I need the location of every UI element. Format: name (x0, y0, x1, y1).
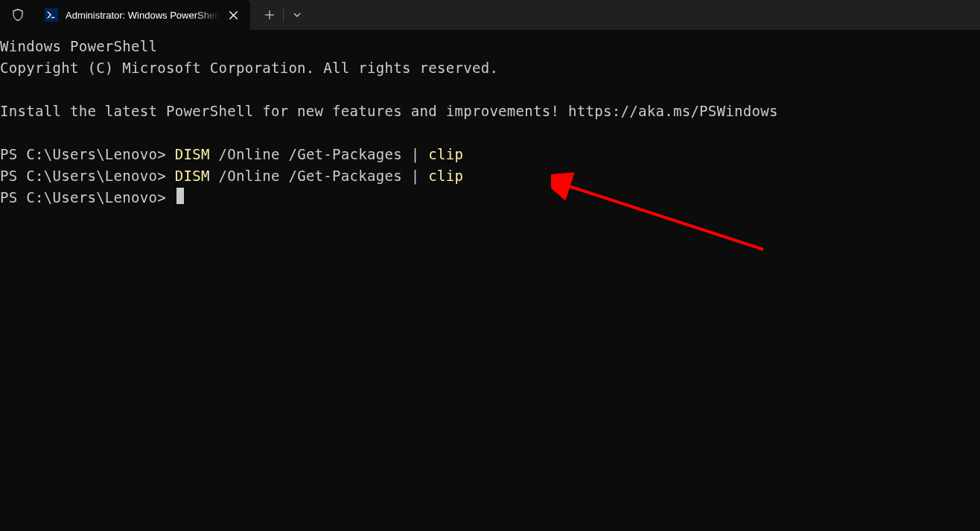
command-name: clip (428, 146, 463, 162)
new-tab-button[interactable] (256, 3, 283, 27)
powershell-icon (45, 8, 58, 22)
command-args: /Online /Get-Packages (210, 168, 411, 184)
close-icon (229, 11, 238, 19)
plus-icon (265, 10, 274, 19)
blank-line (0, 122, 980, 144)
prompt-line: PS C:\Users\Lenovo> (0, 187, 980, 209)
pipe-operator: | (411, 168, 420, 184)
command-args: /Online /Get-Packages (210, 146, 411, 162)
text-cursor (176, 188, 184, 204)
active-tab[interactable]: Administrator: Windows PowerShell (36, 0, 250, 30)
prompt: PS C:\Users\Lenovo> (0, 146, 175, 162)
terminal-output[interactable]: Windows PowerShell Copyright (C) Microso… (0, 30, 980, 209)
titlebar: Administrator: Windows PowerShell (0, 0, 980, 30)
app-shield-area (0, 0, 36, 30)
chevron-down-icon (293, 10, 302, 19)
shield-icon (11, 8, 25, 22)
command-line: PS C:\Users\Lenovo> DISM /Online /Get-Pa… (0, 144, 980, 165)
tab-title: Administrator: Windows PowerShell (66, 10, 219, 21)
command-name: DISM (175, 168, 210, 184)
command-line: PS C:\Users\Lenovo> DISM /Online /Get-Pa… (0, 165, 980, 187)
banner-line: Windows PowerShell (0, 36, 980, 57)
prompt: PS C:\Users\Lenovo> (0, 189, 175, 206)
command-name: DISM (175, 146, 210, 162)
banner-line: Copyright (C) Microsoft Corporation. All… (0, 57, 980, 79)
tab-actions (250, 0, 311, 30)
prompt: PS C:\Users\Lenovo> (0, 168, 175, 184)
install-message: Install the latest PowerShell for new fe… (0, 101, 980, 122)
tab-close-button[interactable] (226, 7, 241, 22)
command-name: clip (428, 168, 463, 184)
tab-dropdown-button[interactable] (284, 3, 311, 27)
pipe-operator: | (411, 146, 420, 162)
blank-line (0, 79, 980, 101)
